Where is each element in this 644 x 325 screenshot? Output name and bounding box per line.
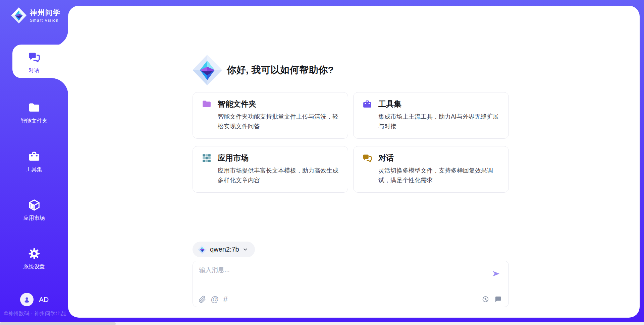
greeting: 你好, 我可以如何帮助你? bbox=[193, 55, 509, 85]
assistant-diamond-icon bbox=[193, 55, 222, 85]
card-chat[interactable]: 对话 灵活切换多模型文件，支持多样回复效果调试，满足个性化需求 bbox=[353, 146, 509, 193]
composer: @ # bbox=[193, 261, 509, 307]
avatar bbox=[20, 293, 34, 306]
sidebar-item-toolset[interactable]: 工具集 bbox=[0, 150, 68, 173]
send-button[interactable] bbox=[492, 270, 500, 278]
hashtag-icon[interactable]: # bbox=[223, 295, 227, 303]
card-title: 应用市场 bbox=[218, 153, 249, 163]
card-smart-folder[interactable]: 智能文件夹 智能文件夹功能支持批量文件上传与清洗，轻松实现文件问答 bbox=[193, 92, 348, 139]
toolbox-icon bbox=[28, 150, 41, 163]
card-description: 灵活切换多模型文件，支持多样回复效果调试，满足个性化需求 bbox=[378, 166, 500, 185]
person-icon bbox=[23, 296, 31, 304]
brand-diamond-icon bbox=[11, 7, 26, 23]
copyright-text: ©神州数码 · 神州问学出品 bbox=[4, 310, 66, 317]
model-selector[interactable]: qwen2:7b bbox=[193, 242, 255, 257]
chevron-down-icon bbox=[243, 247, 248, 252]
card-title: 对话 bbox=[378, 153, 394, 163]
mention-icon[interactable]: @ bbox=[211, 295, 219, 303]
card-description: 集成市场上主流工具，助力AI与外界无缝扩展与对接 bbox=[378, 112, 500, 131]
composer-toolbar: @ # bbox=[193, 291, 508, 307]
card-app-market[interactable]: 应用市场 应用市场提供丰富长文本模板，助力高效生成多样化文章内容 bbox=[193, 146, 348, 193]
sidebar-item-settings[interactable]: 系统设置 bbox=[0, 247, 68, 270]
main-canvas: 你好, 我可以如何帮助你? 智能文件夹 智能文件夹功能支持批量文件上传与清洗，轻… bbox=[68, 6, 640, 318]
sidebar-item-label: 系统设置 bbox=[0, 263, 68, 270]
history-icon[interactable] bbox=[481, 295, 489, 303]
sidebar-item-label: 工具集 bbox=[0, 166, 68, 173]
app-root: { "brand": { "name": "神州问学", "subtitle":… bbox=[0, 0, 644, 325]
sidebar-item-label: 应用市场 bbox=[0, 215, 68, 222]
chat-icon bbox=[362, 153, 372, 163]
model-name: qwen2:7b bbox=[210, 246, 239, 253]
attachment-icon[interactable] bbox=[198, 295, 206, 303]
main-content: 你好, 我可以如何帮助你? 智能文件夹 智能文件夹功能支持批量文件上传与清洗，轻… bbox=[193, 6, 509, 307]
card-description: 智能文件夹功能支持批量文件上传与清洗，轻松实现文件问答 bbox=[218, 112, 339, 131]
sidebar: 神州问学 Smart Vision 对话 智能文件夹 工具集 bbox=[0, 0, 68, 325]
card-description: 应用市场提供丰富长文本模板，助力高效生成多样化文章内容 bbox=[218, 166, 339, 185]
brand-name: 神州问学 bbox=[30, 8, 61, 17]
cube-icon bbox=[28, 199, 41, 211]
sidebar-item-label: 对话 bbox=[0, 67, 68, 74]
user-profile[interactable]: AD bbox=[20, 293, 49, 306]
model-diamond-icon bbox=[198, 245, 207, 254]
card-toolset[interactable]: 工具集 集成市场上主流工具，助力AI与外界无缝扩展与对接 bbox=[353, 92, 509, 139]
user-initials: AD bbox=[39, 296, 49, 304]
brand-subtitle: Smart Vision bbox=[30, 18, 61, 23]
message-icon[interactable] bbox=[494, 295, 502, 303]
message-input[interactable] bbox=[199, 266, 481, 274]
send-icon bbox=[492, 270, 500, 278]
sidebar-item-label: 智能文件夹 bbox=[0, 118, 68, 125]
brand-logo: 神州问学 Smart Vision bbox=[11, 7, 61, 23]
horizontal-scrollbar-thumb[interactable] bbox=[0, 322, 116, 325]
greeting-title: 你好, 我可以如何帮助你? bbox=[227, 64, 334, 76]
chat-icon bbox=[28, 51, 41, 64]
toolbox-icon bbox=[362, 99, 372, 109]
sidebar-item-app-market[interactable]: 应用市场 bbox=[0, 199, 68, 222]
horizontal-scrollbar[interactable] bbox=[0, 322, 644, 325]
card-title: 工具集 bbox=[378, 99, 401, 109]
card-title: 智能文件夹 bbox=[218, 99, 256, 109]
gear-icon bbox=[28, 247, 41, 260]
sidebar-item-chat[interactable]: 对话 bbox=[0, 51, 68, 74]
feature-cards: 智能文件夹 智能文件夹功能支持批量文件上传与清洗，轻松实现文件问答 工具集 集成… bbox=[193, 92, 509, 193]
sidebar-item-smart-folder[interactable]: 智能文件夹 bbox=[0, 102, 68, 125]
folder-icon bbox=[28, 102, 41, 114]
folder-icon bbox=[202, 99, 212, 109]
apps-grid-icon bbox=[202, 153, 212, 163]
